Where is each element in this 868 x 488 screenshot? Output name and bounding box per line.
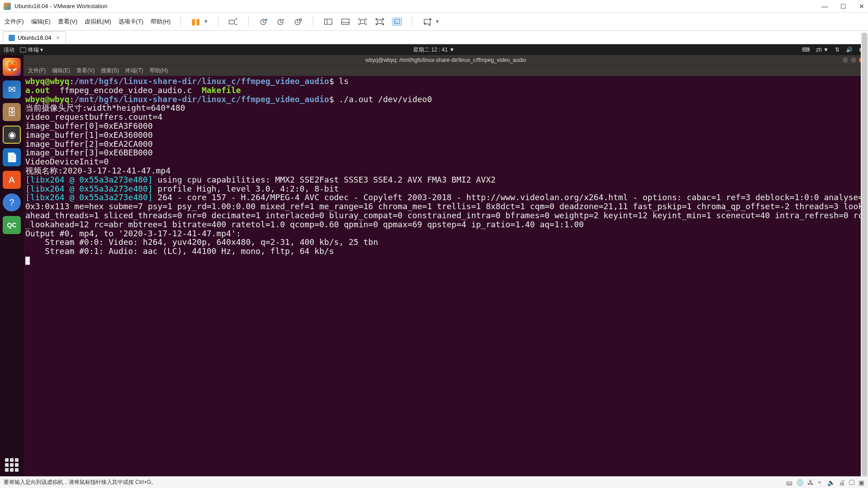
vm-tab-ubuntu[interactable]: Ubuntu18.04 ✕ bbox=[3, 31, 66, 44]
view-single-icon[interactable] bbox=[323, 18, 333, 26]
toolbar-separator-5 bbox=[412, 16, 412, 27]
device-cd-icon[interactable]: 💿 bbox=[796, 479, 804, 486]
vmware-device-icons: 🖴 💿 🖧 ᯤ 🔈 🖨 🖵 ▣ bbox=[786, 479, 864, 486]
vmware-statusbar: 要将输入定向到该虚拟机，请将鼠标指针移入其中或按 Ctrl+G。 🖴 💿 🖧 ᯤ… bbox=[0, 476, 868, 488]
term-menu-edit[interactable]: 编辑(E) bbox=[52, 67, 70, 75]
vm-tab-icon bbox=[9, 35, 15, 41]
dock-thunderbird-icon[interactable]: ✉ bbox=[3, 80, 21, 99]
out-buf2: image_buffer[2]=0xEA2CA000 bbox=[25, 139, 153, 149]
menu-file[interactable]: 文件(F) bbox=[5, 18, 24, 26]
dock-help-icon[interactable]: ? bbox=[3, 193, 21, 211]
toolbar-separator-3 bbox=[248, 16, 249, 27]
device-display-icon[interactable]: 🖵 bbox=[849, 479, 855, 486]
menu-edit[interactable]: 编辑(E) bbox=[31, 18, 51, 26]
terminal-menubar: 文件(F) 编辑(E) 查看(V) 搜索(S) 终端(T) 帮助(H) bbox=[24, 65, 868, 76]
unity-mode-icon[interactable] bbox=[375, 18, 385, 26]
top-app-indicator[interactable]: 终端 ▾ bbox=[20, 46, 43, 54]
network-icon[interactable]: ⇅ bbox=[835, 47, 840, 53]
pause-dropdown-caret[interactable]: ▼ bbox=[203, 19, 208, 24]
send-ctrl-alt-del-icon[interactable] bbox=[228, 18, 238, 26]
svg-rect-0 bbox=[229, 20, 235, 23]
cmd-run: ./a.out /dev/video0 bbox=[339, 94, 432, 104]
snapshot-take-icon[interactable]: + bbox=[259, 18, 269, 26]
scrollbar-thumb[interactable] bbox=[862, 33, 867, 476]
clock[interactable]: 星期二 12 : 41 ▼ bbox=[413, 46, 454, 54]
svg-rect-15 bbox=[394, 19, 400, 23]
close-button[interactable]: ✕ bbox=[859, 3, 864, 10]
menu-help[interactable]: 帮助(H) bbox=[151, 18, 170, 26]
dock-files-icon[interactable]: 🗄 bbox=[3, 103, 21, 121]
device-hdd-icon[interactable]: 🖴 bbox=[786, 479, 793, 486]
stretch-guest-icon[interactable] bbox=[422, 18, 432, 26]
minimize-button[interactable]: — bbox=[821, 3, 828, 10]
toolbar-separator bbox=[180, 16, 181, 27]
svg-rect-8 bbox=[325, 19, 332, 24]
language-indicator[interactable]: zh ▼ bbox=[816, 47, 829, 53]
vmware-scrollbar[interactable] bbox=[861, 33, 868, 476]
device-camera-icon[interactable]: ▣ bbox=[859, 479, 864, 486]
terminal-window-title: wbyq@wbyq: /mnt/hgfs/linux-share-dir/lin… bbox=[365, 57, 526, 63]
terminal-maximize-icon[interactable] bbox=[851, 57, 856, 63]
terminal-output[interactable]: wbyq@wbyq:/mnt/hgfs/linux-share-dir/linu… bbox=[24, 76, 868, 266]
term-menu-search[interactable]: 搜索(S) bbox=[101, 67, 119, 75]
fullscreen-icon[interactable] bbox=[358, 18, 368, 26]
prompt-path: /mnt/hgfs/linux-share-dir/linux_c/ffmpeg… bbox=[74, 76, 329, 86]
volume-icon[interactable]: 🔊 bbox=[846, 47, 853, 53]
menu-view[interactable]: 查看(V) bbox=[58, 18, 77, 26]
menu-vm[interactable]: 虚拟机(M) bbox=[85, 18, 111, 26]
device-network-icon[interactable]: 🖧 bbox=[807, 479, 814, 486]
toolbar-separator-2 bbox=[218, 16, 218, 27]
out-reqbuf: video_requestbuffers.count=4 bbox=[25, 112, 162, 122]
quick-switch-icon[interactable] bbox=[392, 18, 402, 26]
status-hint: 要将输入定向到该虚拟机，请将鼠标指针移入其中或按 Ctrl+G。 bbox=[4, 479, 156, 486]
term-menu-help[interactable]: 帮助(H) bbox=[150, 67, 168, 75]
dock-writer-icon[interactable]: 📄 bbox=[3, 148, 21, 166]
vmware-window-controls: — ☐ ✕ bbox=[821, 3, 864, 10]
vm-tab-close-icon[interactable]: ✕ bbox=[56, 35, 60, 41]
dock-qtcreator-icon[interactable]: QC bbox=[3, 216, 21, 234]
device-sound-icon[interactable]: 🔈 bbox=[827, 479, 835, 486]
dock-show-apps-icon[interactable] bbox=[5, 458, 19, 472]
libx264-profile: profile High, level 3.0, 4:2:0, 8-bit bbox=[153, 184, 339, 193]
pause-vm-icon[interactable]: ▮▮ bbox=[191, 18, 201, 26]
out-buf0: image_buffer[0]=0xEA3F6000 bbox=[25, 121, 153, 131]
terminal-minimize-icon[interactable] bbox=[843, 57, 848, 63]
term-menu-terminal[interactable]: 终端(T) bbox=[125, 67, 143, 75]
svg-rect-13 bbox=[377, 19, 382, 23]
device-usb-icon[interactable]: ᯤ bbox=[817, 479, 824, 486]
terminal-titlebar: wbyq@wbyq: /mnt/hgfs/linux-share-dir/lin… bbox=[24, 55, 868, 65]
term-menu-file[interactable]: 文件(F) bbox=[28, 67, 46, 75]
vmware-tabstrip: Ubuntu18.04 ✕ bbox=[0, 31, 868, 44]
keyboard-icon[interactable]: ⌨ bbox=[802, 47, 810, 53]
vmware-window-title: Ubuntu18.04 - VMware Workstation bbox=[14, 3, 108, 9]
menu-tabs[interactable]: 选项卡(T) bbox=[118, 18, 144, 26]
device-printer-icon[interactable]: 🖨 bbox=[839, 479, 845, 486]
cmd-ls: ls bbox=[339, 76, 349, 86]
term-menu-view[interactable]: 查看(V) bbox=[76, 67, 94, 75]
out-vname: 视频名称:2020-3-17-12-41-47.mp4 bbox=[25, 166, 170, 175]
prompt-user: wbyq@wbyq bbox=[25, 76, 70, 86]
terminal-cursor bbox=[25, 257, 30, 265]
view-console-icon[interactable] bbox=[340, 18, 350, 26]
stretch-dropdown-caret[interactable]: ▼ bbox=[435, 19, 439, 24]
libx264-cpu: using cpu capabilities: MMX2 SSE2Fast SS… bbox=[153, 175, 496, 184]
snapshot-manager-icon[interactable] bbox=[293, 18, 303, 26]
activities-button[interactable]: 活动 bbox=[4, 46, 14, 54]
vmware-menubar: 文件(F) 编辑(E) 查看(V) 虚拟机(M) 选项卡(T) 帮助(H) ▮▮… bbox=[0, 13, 868, 31]
vmware-app-icon bbox=[4, 3, 11, 10]
guest-display[interactable]: 活动 终端 ▾ 星期二 12 : 41 ▼ ⌨ zh ▼ ⇅ 🔊 ⏻ 🦊 ✉ 🗄… bbox=[0, 44, 868, 476]
snapshot-revert-icon[interactable] bbox=[276, 18, 286, 26]
out-camsize: 当前摄像头尺寸:width*height=640*480 bbox=[25, 103, 185, 113]
out-stream0: Stream #0:0: Video: h264, yuv420p, 640x4… bbox=[25, 237, 378, 247]
out-buf3: image_buffer[3]=0xE6BEB000 bbox=[25, 148, 153, 157]
svg-point-7 bbox=[300, 19, 301, 20]
vm-tab-label: Ubuntu18.04 bbox=[18, 34, 51, 41]
svg-rect-12 bbox=[360, 19, 365, 23]
dock-software-icon[interactable]: A bbox=[3, 171, 21, 189]
dock-firefox-icon[interactable]: 🦊 bbox=[3, 58, 21, 76]
out-vdinit: VideoDeviceInit=0 bbox=[25, 157, 108, 166]
terminal-window: wbyq@wbyq: /mnt/hgfs/linux-share-dir/lin… bbox=[24, 55, 868, 476]
dock-rhythmbox-icon[interactable]: ◉ bbox=[3, 126, 21, 144]
toolbar-separator-4 bbox=[313, 16, 313, 27]
maximize-button[interactable]: ☐ bbox=[840, 3, 846, 10]
